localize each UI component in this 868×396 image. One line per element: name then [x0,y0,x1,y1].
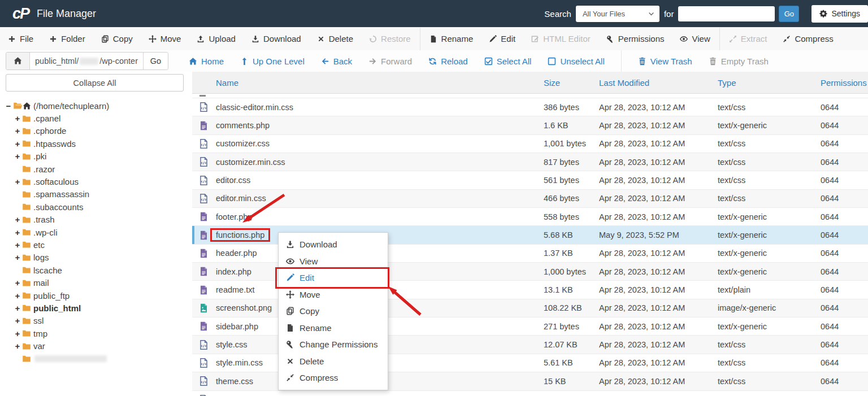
file-name[interactable]: editor.css [216,176,250,185]
expand-toggle[interactable]: + [13,240,22,250]
expand-toggle[interactable]: + [13,151,22,161]
tree-item-logs[interactable]: +logs [0,251,192,264]
search-go-button[interactable]: Go [779,6,799,22]
file-name[interactable]: screenshot.png [216,303,272,312]
expand-toggle[interactable]: + [13,177,22,186]
expand-toggle[interactable]: + [13,278,22,288]
tree-item-label[interactable]: .softaculous [33,177,79,186]
context-menu-item-move[interactable]: Move [279,286,388,303]
context-menu-item-rename[interactable]: Rename [279,320,388,337]
cpanel-logo[interactable]: cP [12,6,29,21]
column-header-size[interactable]: Size [544,78,599,88]
file-name-cell[interactable]: classic-editor.min.css [216,103,544,112]
file-name[interactable]: classic-editor.min.css [216,103,293,112]
expand-toggle[interactable]: + [13,303,22,313]
toolbar-item-copy[interactable]: Copy [93,27,141,50]
tree-item-label[interactable]: .subaccounts [33,202,83,212]
nav-link-unselect-all[interactable]: Unselect All [548,56,604,66]
tree-root-label[interactable]: (/home/techuplearn) [33,101,109,111]
table-row-editor.min.css[interactable]: editor.min.css466 bytesApr 28, 2023, 10:… [192,190,868,208]
nav-link-select-all[interactable]: Select All [484,56,532,66]
search-input[interactable] [678,6,775,21]
tree-item-mail[interactable]: +mail [0,276,192,289]
file-name[interactable]: style.css [216,340,248,349]
file-name-cell[interactable]: editor.min.css [216,194,544,203]
toolbar-item-folder[interactable]: Folder [41,27,93,50]
context-menu-item-delete[interactable]: Delete [279,353,388,370]
expand-toggle[interactable]: + [13,228,22,237]
column-header-type[interactable]: Type [718,78,821,88]
tree-item-label[interactable]: .cpanel [33,114,60,123]
expand-toggle[interactable]: + [13,126,22,136]
nav-link-view-trash[interactable]: View Trash [638,56,692,66]
tree-item-label[interactable]: .spamassassin [33,189,89,199]
expand-toggle[interactable]: + [13,139,22,149]
file-name-cell[interactable]: customizer.min.css [216,158,544,167]
tree-item-dot-spamassassin[interactable]: .spamassassin [0,188,192,201]
tree-item-public_ftp[interactable]: +public_ftp [0,289,192,302]
tree-item-public_html[interactable]: +public_html [0,302,192,314]
tree-item-label[interactable]: .cphorde [33,126,66,136]
expand-toggle[interactable]: + [13,329,22,338]
tree-item-dot-subaccounts[interactable]: .subaccounts [0,201,192,213]
file-name-cell[interactable]: footer.php [216,212,544,221]
file-name[interactable]: theme.css [216,377,253,386]
context-menu-item-download[interactable]: Download [279,236,388,253]
file-name-cell[interactable]: comments.php [216,121,544,130]
expand-toggle[interactable]: + [13,341,22,351]
nav-link-home[interactable]: Home [189,56,224,66]
expand-toggle[interactable]: + [13,114,22,123]
toolbar-item-view[interactable]: View [672,27,718,50]
tree-item-label[interactable]: .wp-cli [33,228,58,237]
toolbar-item-compress[interactable]: Compress [775,27,841,50]
tree-item-var[interactable]: +var [0,340,192,352]
toolbar-item-edit[interactable]: Edit [481,27,523,50]
file-name-cell[interactable]: customizer.css [216,139,544,148]
tree-item-label[interactable]: var [33,341,45,351]
table-row-classic-editor.min.css[interactable]: classic-editor.min.css386 bytesApr 28, 2… [192,98,868,116]
tree-item-label[interactable]: .pki [33,151,46,161]
column-header-permissions[interactable]: Permissions [821,78,868,88]
file-name[interactable]: readme.txt [216,285,255,294]
toolbar-item-download[interactable]: Download [244,27,309,50]
file-name[interactable]: functions.php [216,230,264,240]
column-header-last-modified[interactable]: Last Modified [599,78,718,88]
toolbar-item-delete[interactable]: Delete [309,27,361,50]
file-name[interactable]: header.php [216,249,257,258]
context-menu-item-copy[interactable]: Copy [279,303,388,320]
file-name[interactable]: comments.php [216,121,270,130]
toolbar-item-file[interactable]: File [0,27,41,50]
expand-toggle[interactable]: + [13,215,22,224]
file-name[interactable]: customizer.min.css [216,158,285,167]
path-home-button[interactable] [6,53,30,69]
file-name[interactable]: sidebar.php [216,322,258,331]
file-name[interactable]: index.php [216,267,251,276]
tree-item-label[interactable]: tmp [33,329,47,338]
column-header-name[interactable]: Name [216,78,544,88]
tree-item-label[interactable]: public_html [33,303,81,313]
tree-item-dot-htpasswds[interactable]: +.htpasswds [0,137,192,150]
settings-button[interactable]: Settings [811,5,868,23]
tree-item-label[interactable]: .trash [33,215,55,224]
table-row-theme.min.css[interactable]: theme.min.css12 KBApr 28, 2023, 10:12 AM… [192,391,868,396]
file-name[interactable]: style.min.css [216,358,263,367]
path-input[interactable]: public_html//wp-conter [30,53,143,69]
tree-item-dot-pki[interactable]: +.pki [0,150,192,163]
nav-link-reload[interactable]: Reload [428,56,468,66]
file-name[interactable]: customizer.css [216,139,270,148]
tree-item-label[interactable]: .htpasswds [33,139,76,149]
tree-item-label[interactable]: etc [33,240,45,250]
tree-item-label[interactable]: mail [33,278,49,288]
tree-item-redacted[interactable] [0,353,192,365]
table-row-customizer.css[interactable]: customizer.css1,001 bytesApr 28, 2023, 1… [192,135,868,153]
toolbar-item-upload[interactable]: Upload [189,27,244,50]
tree-item-dot-cphorde[interactable]: +.cphorde [0,125,192,137]
tree-item-dot-cpanel[interactable]: +.cpanel [0,112,192,124]
expand-toggle[interactable]: + [13,253,22,262]
context-menu-item-view[interactable]: View [279,253,388,270]
context-menu-item-change-permissions[interactable]: Change Permissions [279,336,388,353]
tree-item-tmp[interactable]: +tmp [0,327,192,340]
path-go-button[interactable]: Go [143,53,168,69]
file-name-cell[interactable]: editor.css [216,176,544,185]
collapse-all-button[interactable]: Collapse All [6,74,184,92]
